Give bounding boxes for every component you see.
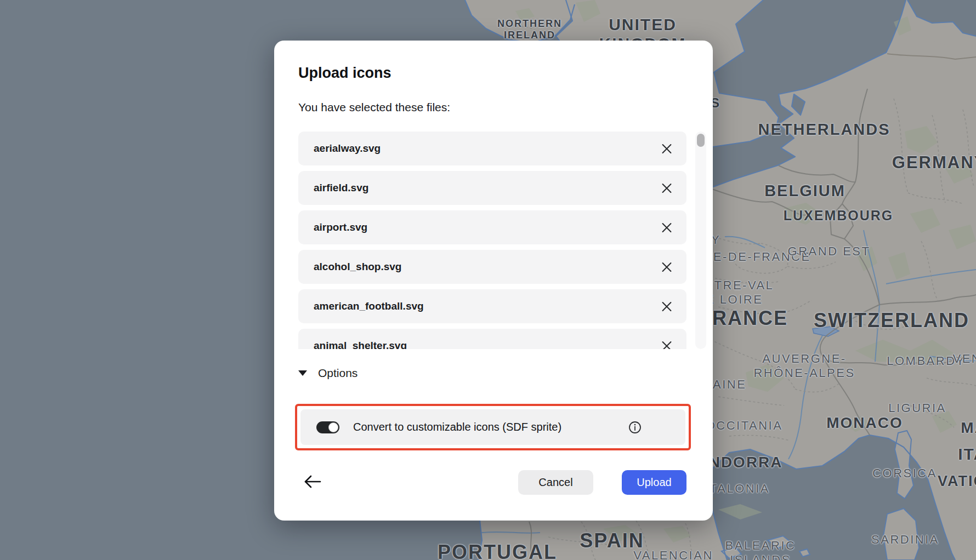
dialog-subtitle: You have selected these files: [298,101,450,114]
file-name: aerialway.svg [314,142,381,155]
list-scrollbar[interactable] [695,132,706,349]
sdf-option-row[interactable]: Convert to customizable icons (SDF sprit… [300,409,685,445]
app-screen: NORTHERN IRELANDUNITED KINGDOMSNETHERLAN… [0,0,976,560]
file-name: airfield.svg [314,182,368,194]
remove-file-icon[interactable] [661,301,672,312]
file-row: airport.svg [298,210,686,244]
dialog-title: Upload icons [298,65,391,82]
selected-files-list: aerialway.svg airfield.svg airport.svg a… [298,132,686,349]
scrollbar-thumb[interactable] [697,134,705,147]
remove-file-icon[interactable] [661,261,672,272]
file-name: alcohol_shop.svg [314,261,401,273]
upload-icons-dialog: Upload icons You have selected these fil… [274,41,713,521]
highlight-outline: Convert to customizable icons (SDF sprit… [295,404,691,450]
file-row: aerialway.svg [298,132,686,165]
dialog-footer: Cancel Upload [274,468,713,499]
options-label: Options [318,367,358,380]
remove-file-icon[interactable] [661,340,672,349]
cancel-button[interactable]: Cancel [518,470,593,495]
remove-file-icon[interactable] [661,182,672,193]
sdf-toggle[interactable] [316,421,339,433]
back-arrow-button[interactable] [303,472,322,491]
toggle-knob [328,422,338,432]
file-row: animal_shelter.svg [298,329,686,349]
caret-down-icon [298,370,307,376]
remove-file-icon[interactable] [661,222,672,233]
remove-file-icon[interactable] [661,143,672,154]
file-name: american_football.svg [314,300,424,312]
info-icon[interactable] [628,421,642,434]
file-row: alcohol_shop.svg [298,250,686,284]
options-expander[interactable]: Options [298,367,358,380]
file-row: american_football.svg [298,289,686,323]
file-row: airfield.svg [298,171,686,205]
sdf-toggle-label: Convert to customizable icons (SDF sprit… [353,421,561,433]
file-name: animal_shelter.svg [314,340,407,349]
upload-button[interactable]: Upload [622,470,686,495]
file-name: airport.svg [314,221,367,233]
